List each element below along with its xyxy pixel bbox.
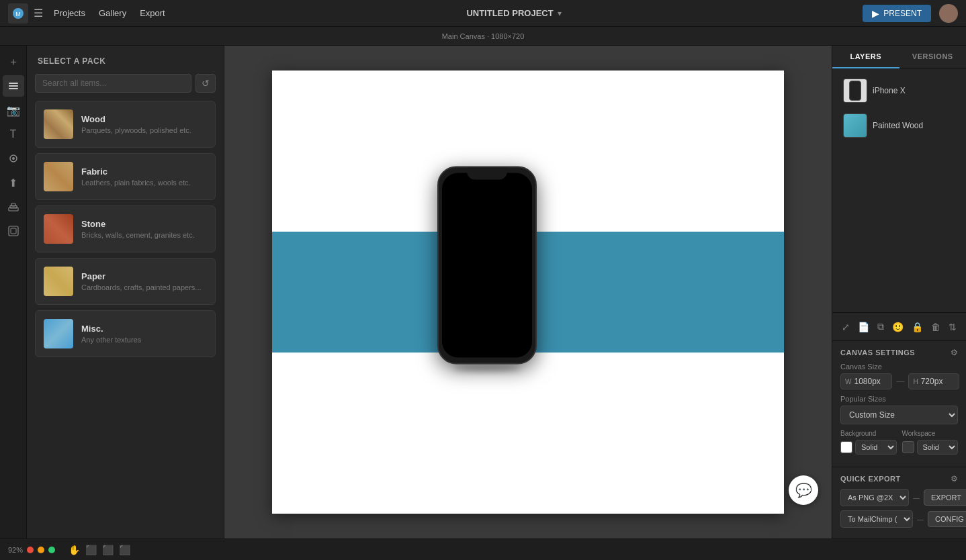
workspace-swatch[interactable] — [902, 441, 914, 453]
svg-rect-10 — [9, 226, 18, 236]
tab-versions[interactable]: VERSIONS — [899, 46, 967, 68]
height-input-wrap: H — [908, 373, 959, 389]
export-arrow-1: — — [913, 494, 920, 502]
nav-projects[interactable]: Projects — [54, 8, 85, 18]
background-label: Background — [840, 430, 897, 437]
topbar-right: ▶ PRESENT — [863, 4, 958, 23]
paper-name: Paper — [81, 271, 207, 281]
pack-item-stone[interactable]: Stone Bricks, walls, cement, granites et… — [35, 205, 216, 252]
layer-actions: ⤢ 📄 ⧉ 🙂 🔒 🗑 ⇅ — [832, 312, 966, 340]
sidebar-title: SELECT A PACK — [27, 46, 224, 74]
phone-shadow — [453, 366, 521, 371]
quick-export-toggle[interactable]: ⚙ — [951, 474, 958, 483]
zoom-controls: 92% — [8, 546, 55, 554]
subtitle-bar: Main Canvas · 1080×720 — [0, 27, 966, 46]
popular-sizes-label: Popular Sizes — [840, 395, 958, 403]
project-title-chevron[interactable]: ▾ — [558, 9, 562, 18]
iphone-layer-thumb — [843, 79, 867, 103]
emoji-icon[interactable]: 🙂 — [889, 319, 906, 335]
layer-item-wood[interactable]: Painted Wood — [838, 109, 961, 142]
pack-list: Wood Parquets, plywoods, polished etc. F… — [27, 101, 224, 539]
nav-export[interactable]: Export — [140, 8, 165, 18]
wood-desc: Parquets, plywoods, polished etc. — [81, 126, 207, 134]
zoom-red[interactable] — [27, 547, 34, 553]
app-logo: M — [8, 3, 28, 24]
box-icon[interactable] — [3, 220, 24, 242]
cursor-icon[interactable] — [3, 148, 24, 169]
search-input[interactable] — [35, 74, 191, 93]
background-swatch[interactable] — [840, 441, 852, 453]
canvas-settings: CANVAS SETTINGS ⚙ Canvas Size W — H — [832, 340, 966, 467]
width-input-wrap: W — [840, 373, 892, 389]
quick-export: QUICK EXPORT ⚙ As PNG @2X — EXPORT To Ma… — [832, 467, 966, 539]
export-arrow-2: — — [917, 516, 924, 523]
fabric-name: Fabric — [81, 167, 207, 177]
phone-notch — [467, 168, 507, 180]
main-area: ＋ 📷 T ⬆ — [0, 46, 966, 539]
background-col: Background Solid — [840, 430, 897, 455]
canvas-frame[interactable] — [272, 71, 784, 514]
svg-rect-11 — [11, 228, 16, 234]
width-icon: W — [845, 378, 851, 385]
svg-point-6 — [12, 157, 15, 160]
tab-layers[interactable]: LAYERS — [832, 46, 899, 68]
canvas-settings-toggle[interactable]: ⚙ — [951, 348, 958, 357]
pack-item-wood[interactable]: Wood Parquets, plywoods, polished etc. — [35, 101, 216, 148]
canvas-size-setting: Canvas Size W — H — [840, 363, 958, 389]
right-panel: LAYERS VERSIONS iPhone X P — [832, 46, 966, 539]
phone-mockup[interactable] — [437, 167, 537, 365]
user-avatar[interactable] — [939, 4, 958, 23]
paper-desc: Cardboards, crafts, painted papers... — [81, 283, 207, 291]
resize-icon[interactable]: ⤢ — [839, 319, 852, 335]
stone-name: Stone — [81, 219, 207, 229]
workspace-type-select[interactable]: Solid — [917, 440, 959, 455]
export-button[interactable]: EXPORT — [924, 489, 966, 506]
phone-body — [437, 167, 537, 365]
pack-item-paper[interactable]: Paper Cardboards, crafts, painted papers… — [35, 258, 216, 305]
zoom-green[interactable] — [48, 547, 55, 553]
config-button[interactable]: CONFIG — [928, 511, 966, 527]
export-destination-select[interactable]: To MailChimp ( — [840, 510, 913, 528]
background-type-select[interactable]: Solid — [855, 440, 897, 455]
canvas-size-label: Canvas Size — [840, 363, 958, 371]
popular-sizes-select[interactable]: Custom Size — [840, 406, 958, 424]
pack-item-fabric[interactable]: Fabric Leathers, plain fabrics, wools et… — [35, 153, 216, 200]
wood-name: Wood — [81, 114, 207, 124]
hand-tool[interactable]: ✋ — [69, 545, 80, 555]
copy-icon[interactable]: ⧉ — [875, 318, 887, 335]
sidebar: SELECT A PACK ↺ Wood Parquets, plywoods,… — [27, 46, 224, 539]
chat-button[interactable]: 💬 — [789, 475, 818, 505]
canvas-bg-bottom — [272, 353, 784, 514]
add-icon[interactable]: ＋ — [3, 51, 24, 73]
export-row-1: As PNG @2X — EXPORT — [840, 489, 958, 506]
search-refresh-button[interactable]: ↺ — [195, 74, 216, 93]
height-input[interactable] — [921, 377, 955, 386]
bottom-bar: 92% ✋ ⬛ ⬛ ⬛ — [0, 539, 966, 560]
stack-icon[interactable] — [3, 196, 24, 218]
settings-icon[interactable]: ⇅ — [946, 319, 959, 335]
delete-icon[interactable]: 🗑 — [928, 319, 943, 335]
file-icon[interactable]: 📄 — [855, 319, 872, 335]
bg-workspace-row: Background Solid Workspace — [840, 430, 958, 455]
layer-item-iphone[interactable]: iPhone X — [838, 75, 961, 107]
misc-desc: Any other textures — [81, 336, 207, 344]
lock-icon[interactable]: 🔒 — [909, 319, 926, 335]
layers-icon[interactable] — [3, 75, 24, 97]
text-icon[interactable]: T — [3, 124, 24, 145]
camera-icon[interactable]: 📷 — [3, 99, 24, 121]
expand-tool[interactable]: ⬛ — [119, 545, 130, 555]
hamburger-menu[interactable]: ☰ — [34, 7, 43, 19]
align-center-tool[interactable]: ⬛ — [102, 545, 114, 555]
stone-desc: Bricks, walls, cement, granites etc. — [81, 231, 207, 239]
align-left-tool[interactable]: ⬛ — [85, 545, 97, 555]
upload-icon[interactable]: ⬆ — [3, 172, 24, 193]
export-row-2: To MailChimp ( — CONFIG — [840, 510, 958, 528]
nav-gallery[interactable]: Gallery — [99, 8, 126, 18]
width-input[interactable] — [854, 377, 887, 386]
zoom-yellow[interactable] — [38, 547, 44, 553]
present-button[interactable]: ▶ PRESENT — [863, 5, 931, 22]
tabs-row: LAYERS VERSIONS — [832, 46, 966, 69]
export-format-select[interactable]: As PNG @2X — [840, 489, 909, 506]
workspace-color-row: Solid — [902, 440, 959, 455]
pack-item-misc[interactable]: Misc. Any other textures — [35, 310, 216, 357]
